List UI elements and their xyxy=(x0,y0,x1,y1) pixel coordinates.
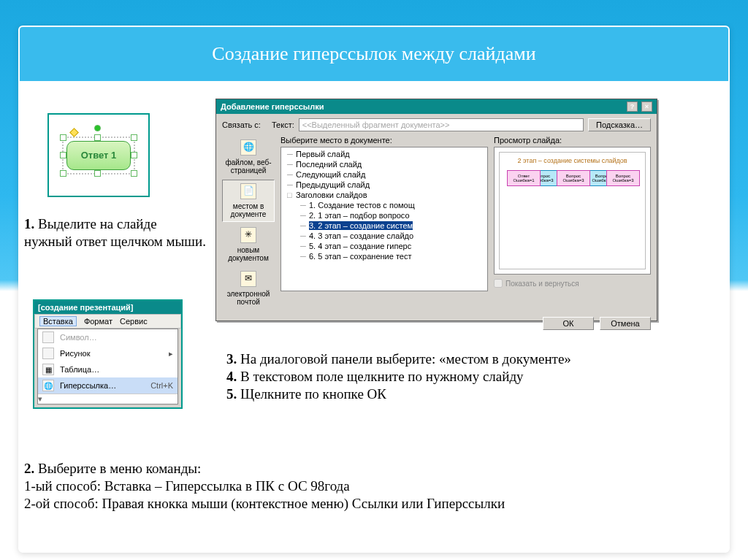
tree-item: 3. 2 этап – создание систем xyxy=(302,220,487,231)
hint-button[interactable]: Подсказка… xyxy=(588,118,651,131)
newdoc-icon: ✳ xyxy=(240,227,256,243)
menu-format[interactable]: Формат xyxy=(84,317,112,326)
tree-item-parent: Заголовки слайдов xyxy=(289,190,487,200)
hyperlink-dialog: Добавление гиперссылки ? × Связать с: Те… xyxy=(215,99,657,321)
document-icon: 📄 xyxy=(240,183,256,199)
preview-diagram: Вопрос Ошибка=4 Вопрос Ошибка=3 Вопрос О… xyxy=(504,170,641,250)
step-3-5-text: 3. На диалоговой панели выберите: «место… xyxy=(226,350,694,402)
rotate-handle-icon[interactable] xyxy=(94,125,101,131)
link-with-label: Связать с: xyxy=(222,120,267,129)
slide-preview: 2 этап – создание системы слайдов Вопрос… xyxy=(494,147,651,275)
text-label: Текст: xyxy=(272,120,294,129)
blank-icon xyxy=(42,348,54,359)
text-input[interactable]: <<Выделенный фрагмент документа>> xyxy=(299,118,584,131)
insert-dropdown: Символ… Рисунок ▸ ▦ Таблица… 🌐 Гиперссыл… xyxy=(37,329,178,404)
email-icon: ✉ xyxy=(240,271,256,287)
menu-item-table[interactable]: ▦ Таблица… xyxy=(38,361,178,377)
table-icon: ▦ xyxy=(42,364,54,375)
adjust-handle-icon[interactable] xyxy=(69,128,79,137)
step-2-text: 2. Выберите в меню команды: 1-ый способ:… xyxy=(24,460,711,512)
cancel-button[interactable]: Отмена xyxy=(600,317,651,330)
tree-item: Следующий слайд xyxy=(289,169,487,180)
answer-shape-panel: Ответ 1 xyxy=(47,113,150,197)
tree-item: 4. 3 этап – создание слайдо xyxy=(302,231,487,241)
help-icon[interactable]: ? xyxy=(627,101,638,112)
show-return-checkbox[interactable]: Показать и вернуться xyxy=(494,279,651,288)
globe-link-icon: 🌐 xyxy=(42,380,54,391)
tree-item: Первый слайд xyxy=(289,149,487,159)
menu-item-hyperlink[interactable]: 🌐 Гиперссылка… Ctrl+K xyxy=(38,377,178,394)
menu-item-picture[interactable]: Рисунок ▸ xyxy=(38,345,178,361)
menu-insert[interactable]: Вставка xyxy=(39,316,77,326)
expand-menu-icon[interactable]: ▾ xyxy=(38,394,178,404)
shortcut-label: Ctrl+K xyxy=(150,381,173,390)
tree-item: 6. 5 этап – сохранение тест xyxy=(302,251,487,261)
dialog-title: Добавление гиперссылки xyxy=(221,102,324,111)
blank-icon xyxy=(42,331,54,343)
sidebar-item-file[interactable]: 🌐 файлом, веб-страницей xyxy=(222,136,275,178)
choose-place-label: Выберите место в документе: xyxy=(280,136,488,145)
slide-title: Создание гиперссылок между слайдами xyxy=(20,27,728,81)
sidebar-item-newdoc[interactable]: ✳ новым документом xyxy=(222,223,275,266)
chevron-right-icon: ▸ xyxy=(169,349,173,358)
tree-item: Последний слайд xyxy=(289,159,487,169)
sidebar-item-email[interactable]: ✉ электронной почтой xyxy=(222,267,275,310)
tree-item: 2. 1 этап – подбор вопросо xyxy=(302,210,487,220)
link-type-sidebar: 🌐 файлом, веб-страницей 📄 местом в докум… xyxy=(222,136,275,310)
menu-service[interactable]: Сервис xyxy=(120,317,148,326)
menu-screenshot: [создание презентаций] Вставка Формат Се… xyxy=(33,299,183,409)
preview-label: Просмотр слайда: xyxy=(494,136,651,145)
menu-bar: Вставка Формат Сервис xyxy=(34,314,181,329)
step-1-text: 1. Выделите на слайде нужный ответ щелчк… xyxy=(24,215,207,250)
close-icon[interactable]: × xyxy=(641,101,652,112)
tree-item: 5. 4 этап – создание гиперс xyxy=(302,241,487,251)
sidebar-item-place[interactable]: 📄 местом в документе xyxy=(222,180,275,222)
menu-item-symbol[interactable]: Символ… xyxy=(38,329,178,345)
window-caption: [создание презентаций] xyxy=(34,301,181,314)
tree-item: 1. Создание тестов с помощ xyxy=(302,200,487,210)
globe-icon: 🌐 xyxy=(240,139,256,156)
ok-button[interactable]: ОК xyxy=(543,317,594,330)
tree-item: Предыдущий слайд xyxy=(289,180,487,190)
slide-tree[interactable]: Первый слайд Последний слайд Следующий с… xyxy=(280,147,488,291)
